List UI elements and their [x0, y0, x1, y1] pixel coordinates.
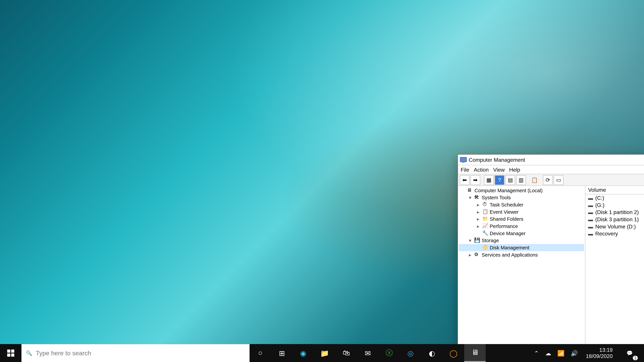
svg-rect-1: [462, 162, 465, 162]
tree-system-tools[interactable]: ▾🛠System Tools: [459, 194, 584, 201]
tree-disk-management[interactable]: 📀Disk Management: [459, 244, 584, 251]
task-view-icon[interactable]: ⊞: [271, 344, 292, 362]
menu-action[interactable]: Action: [474, 166, 489, 173]
forward-button[interactable]: ➡: [470, 175, 480, 185]
xbox-icon[interactable]: ⓧ: [378, 344, 400, 362]
cortana-icon[interactable]: ○: [250, 344, 271, 362]
store-icon[interactable]: 🛍: [336, 344, 357, 362]
svg-rect-4: [7, 354, 10, 357]
edge-icon[interactable]: ◉: [292, 344, 314, 362]
mail-icon[interactable]: ✉: [357, 344, 378, 362]
tree-root[interactable]: 🖥Computer Management (Local): [459, 187, 584, 194]
toolbar-btn-4[interactable]: ▥: [516, 175, 526, 185]
tree-storage[interactable]: ▾💾Storage: [459, 237, 584, 244]
system-tray[interactable]: ⌃ ☁ 📶 🔊 13:19 18/09/2020 💬1: [528, 344, 644, 362]
main-content: Volume Layout Type File System Status ▬(…: [586, 186, 644, 362]
start-button[interactable]: [0, 344, 22, 362]
tree-services[interactable]: ▸⚙Services and Applications: [459, 251, 584, 258]
tree-device-manager[interactable]: 🔧Device Manager: [459, 230, 584, 237]
titlebar[interactable]: Computer Management ─ ☐ ✕: [458, 155, 644, 165]
steam-icon[interactable]: ◐: [421, 344, 443, 362]
taskbar[interactable]: 🔍 ○ ⊞ ◉ 📁 🛍 ✉ ⓧ ◎ ◐ ◯ 🖥 ⌃ ☁ 📶 🔊 13:19 18…: [0, 344, 644, 362]
volume-row[interactable]: ▬(G:)SimpleBasicFAT32Healthy (Primary Pa…: [586, 202, 644, 209]
toolbar-btn-2[interactable]: ?: [494, 175, 504, 185]
toolbar-btn-1[interactable]: ▦: [484, 175, 494, 185]
notification-badge: 1: [633, 356, 638, 360]
action-center-icon[interactable]: 💬1: [619, 344, 640, 362]
menu-file[interactable]: File: [461, 166, 470, 173]
toolbar-btn-5[interactable]: 📋: [530, 175, 539, 185]
toolbar-btn-6[interactable]: ▭: [554, 175, 564, 185]
explorer-icon[interactable]: 📁: [314, 344, 336, 362]
menu-bar: File Action View Help: [458, 165, 644, 174]
toolbar: ⬅ ➡ ▦ ? ▤ ▥ 📋 ⟳ ▭: [458, 174, 644, 186]
nav-tree[interactable]: 🖥Computer Management (Local) ▾🛠System To…: [458, 186, 586, 362]
volume-list-header[interactable]: Volume Layout Type File System Status: [586, 186, 644, 194]
app-icon-1[interactable]: ◎: [400, 344, 421, 362]
computer-management-window: Computer Management ─ ☐ ✕ File Action Vi…: [458, 154, 644, 362]
search-input[interactable]: [36, 350, 245, 357]
tray-chevron-icon[interactable]: ⌃: [532, 350, 541, 357]
menu-view[interactable]: View: [493, 166, 505, 173]
back-button[interactable]: ⬅: [460, 175, 470, 185]
menu-help[interactable]: Help: [509, 166, 520, 173]
taskbar-clock[interactable]: 13:19 18/09/2020: [582, 347, 616, 359]
toolbar-btn-3[interactable]: ▤: [505, 175, 515, 185]
tray-wifi-icon[interactable]: 📶: [556, 350, 566, 357]
svg-rect-3: [11, 350, 14, 353]
app-icon-2[interactable]: ◯: [443, 344, 464, 362]
volume-list[interactable]: Volume Layout Type File System Status ▬(…: [586, 186, 644, 362]
clock-time: 13:19: [599, 347, 613, 353]
tree-event-viewer[interactable]: ▸📋Event Viewer: [459, 208, 584, 216]
svg-rect-2: [7, 350, 10, 353]
window-title: Computer Management: [469, 157, 644, 163]
tray-onedrive-icon[interactable]: ☁: [544, 350, 553, 357]
volume-row[interactable]: ▬(Disk 1 partition 2)SimpleBasicHealthy …: [586, 209, 644, 216]
volume-row[interactable]: ▬(Disk 3 partition 1)SimpleBasicHealthy …: [586, 216, 644, 223]
search-icon: 🔍: [26, 350, 32, 356]
app-icon: [460, 156, 467, 163]
svg-rect-5: [11, 354, 14, 357]
svg-rect-0: [460, 157, 466, 162]
volume-row[interactable]: ▬New Volume (D:)SimpleBasicNTFSHealthy (…: [586, 223, 644, 230]
col-volume[interactable]: Volume: [586, 186, 644, 194]
taskbar-computer-management[interactable]: 🖥: [464, 344, 486, 362]
tree-task-scheduler[interactable]: ▸⏱Task Scheduler: [459, 201, 584, 208]
refresh-button[interactable]: ⟳: [543, 175, 553, 185]
tree-shared-folders[interactable]: ▸📁Shared Folders: [459, 215, 584, 223]
taskbar-search[interactable]: 🔍: [22, 344, 250, 362]
volume-row[interactable]: ▬RecoverySimpleBasicNTFSHealthy (Recover…: [586, 230, 644, 237]
tree-performance[interactable]: ▸📈Performance: [459, 223, 584, 230]
clock-date: 18/09/2020: [586, 353, 613, 359]
volume-row[interactable]: ▬(C:)SimpleBasicNTFSHealthy (Boot, Page …: [586, 194, 644, 202]
tray-volume-icon[interactable]: 🔊: [569, 350, 580, 357]
